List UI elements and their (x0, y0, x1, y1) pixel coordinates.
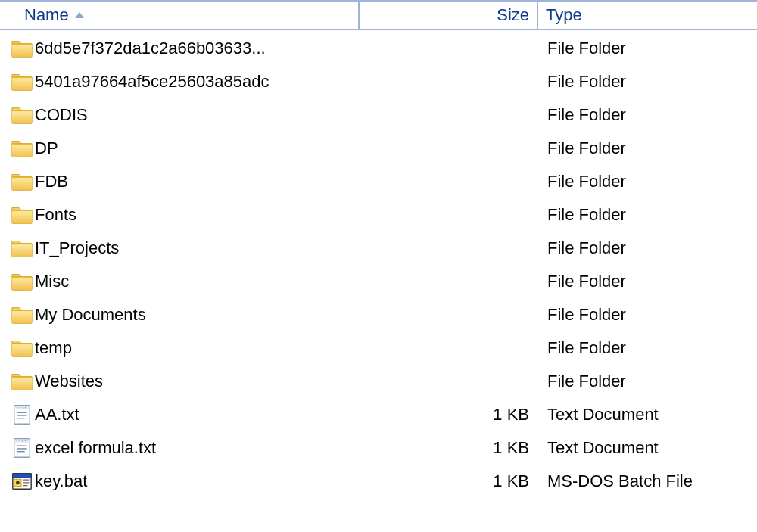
file-name-label: FDB (35, 171, 68, 193)
svg-rect-9 (12, 178, 32, 190)
cell-name: IT_Projects (0, 237, 360, 260)
text-file-icon (11, 437, 33, 459)
cell-name: excel formula.txt (0, 437, 360, 459)
cell-size: 1 KB (360, 437, 538, 459)
svg-rect-39 (13, 474, 31, 478)
cell-type: File Folder (538, 138, 757, 160)
folder-icon (11, 204, 33, 226)
svg-point-33 (22, 440, 23, 442)
folder-icon (11, 370, 33, 393)
cell-size: 1 KB (360, 471, 538, 493)
cell-type: File Folder (538, 71, 757, 93)
cell-type: MS-DOS Batch File (538, 471, 757, 493)
column-header-row: Name Size Type (0, 0, 757, 30)
svg-rect-21 (12, 378, 32, 390)
file-row[interactable]: 5401a97664af5ce25603a85adcFile Folder (0, 65, 757, 98)
cell-name: My Documents (0, 303, 360, 326)
cell-name: AA.txt (0, 403, 360, 426)
cell-type: File Folder (538, 304, 757, 326)
column-header-name[interactable]: Name (0, 2, 360, 29)
cell-name: Fonts (0, 204, 360, 226)
cell-name: temp (0, 337, 360, 359)
column-header-type-label: Type (546, 5, 582, 26)
cell-type: File Folder (538, 104, 757, 126)
file-name-label: Misc (35, 271, 69, 293)
file-name-label: temp (35, 338, 72, 359)
svg-rect-1 (12, 45, 32, 57)
cell-type: File Folder (538, 38, 757, 60)
cell-type: File Folder (538, 171, 757, 193)
svg-point-31 (17, 440, 18, 442)
cell-name: 6dd5e7f372da1c2a66b03633... (0, 37, 360, 60)
cell-name: key.bat (0, 470, 360, 493)
column-header-name-label: Name (24, 5, 69, 26)
file-row[interactable]: excel formula.txt1 KBText Document (0, 431, 757, 465)
file-name-label: 6dd5e7f372da1c2a66b03633... (35, 38, 266, 60)
file-name-label: AA.txt (35, 404, 79, 426)
file-name-label: CODIS (35, 104, 88, 126)
file-name-label: Fonts (35, 204, 76, 226)
file-row[interactable]: FDBFile Folder (0, 165, 757, 198)
file-name-label: Websites (35, 371, 103, 393)
cell-name: 5401a97664af5ce25603a85adc (0, 70, 360, 93)
folder-icon (11, 170, 33, 193)
folder-icon (11, 237, 33, 260)
text-file-icon (11, 403, 33, 426)
file-row[interactable]: key.bat1 KBMS-DOS Batch File (0, 465, 757, 498)
cell-type: Text Document (538, 437, 757, 459)
svg-point-25 (22, 407, 23, 409)
file-row[interactable]: tempFile Folder (0, 331, 757, 365)
cell-type: File Folder (538, 371, 757, 393)
svg-rect-7 (12, 145, 32, 157)
file-name-label: key.bat (35, 471, 87, 493)
svg-rect-5 (12, 111, 32, 123)
cell-name: DP (0, 137, 360, 160)
cell-type: Text Document (538, 404, 757, 426)
cell-name: CODIS (0, 104, 360, 126)
sort-asc-icon (75, 12, 84, 18)
svg-point-24 (19, 407, 20, 409)
svg-rect-17 (12, 311, 32, 323)
file-row[interactable]: CODISFile Folder (0, 98, 757, 132)
folder-icon (11, 70, 33, 93)
file-list: 6dd5e7f372da1c2a66b03633...File Folder 5… (0, 30, 757, 498)
column-header-size-label: Size (497, 5, 529, 26)
file-name-label: excel formula.txt (35, 437, 156, 459)
file-row[interactable]: My DocumentsFile Folder (0, 298, 757, 331)
cell-name: Websites (0, 370, 360, 393)
cell-type: File Folder (538, 238, 757, 260)
folder-icon (11, 104, 33, 126)
svg-point-32 (19, 440, 20, 442)
svg-rect-15 (12, 278, 32, 290)
column-header-size[interactable]: Size (360, 2, 538, 29)
file-row[interactable]: WebsitesFile Folder (0, 365, 757, 398)
cell-name: FDB (0, 170, 360, 193)
file-row[interactable]: DPFile Folder (0, 132, 757, 165)
file-row[interactable]: IT_ProjectsFile Folder (0, 232, 757, 265)
cell-size: 1 KB (360, 404, 538, 426)
file-name-label: IT_Projects (35, 238, 119, 260)
folder-icon (11, 337, 33, 359)
column-header-type[interactable]: Type (538, 2, 757, 29)
folder-icon (11, 270, 33, 293)
file-row[interactable]: MiscFile Folder (0, 265, 757, 298)
svg-rect-19 (12, 344, 32, 356)
cell-type: File Folder (538, 338, 757, 359)
cell-name: Misc (0, 270, 360, 293)
svg-rect-13 (12, 244, 32, 257)
file-name-label: 5401a97664af5ce25603a85adc (35, 71, 269, 93)
folder-icon (11, 137, 33, 160)
cell-type: File Folder (538, 271, 757, 293)
svg-rect-3 (12, 78, 32, 90)
file-row[interactable]: FontsFile Folder (0, 198, 757, 232)
file-name-label: My Documents (35, 304, 146, 326)
svg-point-26 (25, 407, 26, 409)
cell-type: File Folder (538, 204, 757, 226)
file-row[interactable]: AA.txt1 KBText Document (0, 398, 757, 431)
svg-point-23 (17, 407, 18, 409)
file-row[interactable]: 6dd5e7f372da1c2a66b03633...File Folder (0, 32, 757, 65)
svg-point-41 (16, 481, 20, 485)
file-name-label: DP (35, 138, 58, 160)
svg-rect-11 (12, 211, 32, 223)
folder-icon (11, 37, 33, 60)
